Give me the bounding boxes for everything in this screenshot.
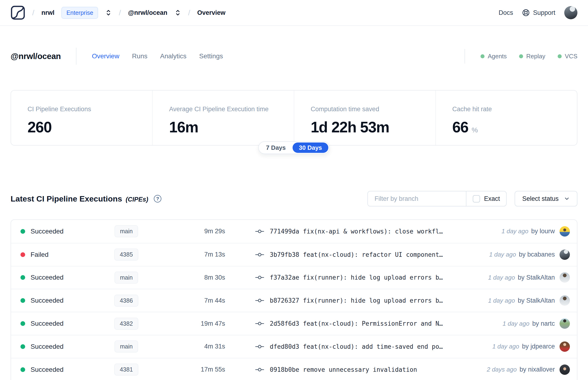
workspace-tab[interactable]: Runs: [132, 53, 147, 60]
date-range-toggle: 7 Days30 Days: [258, 141, 330, 154]
author: by StalkAltan: [518, 274, 555, 281]
workspace-tab[interactable]: Analytics: [160, 53, 187, 60]
time-ago: 2 days ago: [487, 366, 517, 373]
breadcrumb-org[interactable]: nrwl: [41, 9, 55, 17]
cipe-duration: 17m 55s: [148, 366, 225, 373]
stat-card: Computation time saved 1d 22h 53m: [294, 91, 435, 145]
cipe-commit-cell: 771499da fix(nx-api & workflows): close …: [255, 228, 443, 235]
cipe-row[interactable]: Succeeded main 9m 29s 771499da fix(nx-ap…: [11, 220, 577, 243]
status-dot-icon: [519, 54, 523, 58]
status-indicator[interactable]: VCS: [558, 53, 577, 60]
git-commit-icon: [255, 321, 264, 327]
status-dot-icon: [20, 252, 25, 257]
cipe-commit-cell: b8726327 fix(runner): hide log upload er…: [255, 297, 443, 304]
date-range-option[interactable]: 30 Days: [293, 143, 328, 153]
branch-filter-input[interactable]: [368, 191, 466, 206]
branch-badge: 4381: [114, 363, 138, 376]
cipe-duration: 19m 47s: [148, 320, 225, 327]
cipe-duration: 7m 44s: [148, 297, 225, 304]
git-commit-icon: [255, 228, 264, 234]
author-avatar: [560, 226, 570, 237]
cipe-meta-cell: 1 day ago by StalkAltan: [488, 272, 570, 283]
cipe-status-cell: Succeeded: [20, 320, 105, 327]
time-ago: 1 day ago: [492, 343, 519, 350]
org-switcher-button[interactable]: [105, 9, 112, 17]
cipe-status-label: Succeeded: [31, 343, 63, 350]
cipe-status-cell: Failed: [20, 251, 105, 258]
cipe-row[interactable]: Failed 4385 7m 13s 3b79fb38 feat(nx-clou…: [11, 243, 577, 266]
commit-message: dfed80d3 feat(nx-cloud): add time-saved …: [270, 343, 443, 350]
workspace-switcher-button[interactable]: [174, 9, 181, 17]
branch-filter-group: Exact: [367, 191, 507, 207]
author-avatar: [560, 364, 570, 375]
cipe-branch-cell: 4381: [105, 363, 148, 376]
cipe-section-header: Latest CI Pipeline Executions (CIPEs) ? …: [11, 191, 577, 207]
author-avatar: [560, 272, 570, 283]
stat-value-number: 66: [452, 118, 468, 136]
section-subtitle: (CIPEs): [126, 196, 148, 203]
cipe-branch-cell: 4385: [105, 248, 148, 261]
status-indicator-label: VCS: [565, 53, 577, 60]
author: by StalkAltan: [518, 297, 555, 304]
git-commit-icon: [255, 367, 264, 373]
cipe-row[interactable]: Succeeded 4386 7m 44s b8726327 fix(runne…: [11, 289, 577, 312]
stat-label: Computation time saved: [311, 106, 435, 113]
cipe-duration: 9m 29s: [148, 228, 225, 235]
divider: [76, 48, 76, 65]
status-dot-icon: [20, 298, 25, 303]
time-ago: 1 day ago: [501, 228, 528, 235]
select-status-dropdown[interactable]: Select status: [515, 191, 577, 207]
workspace-tabs: OverviewRunsAnalyticsSettings: [92, 53, 223, 60]
breadcrumb-page[interactable]: Overview: [197, 9, 226, 17]
exact-toggle[interactable]: Exact: [466, 191, 506, 206]
stat-value-number: 16m: [169, 118, 198, 136]
cipe-duration: 4m 31s: [148, 343, 225, 350]
filters: Exact Select status: [367, 191, 577, 207]
breadcrumb-separator: /: [32, 8, 34, 17]
stat-card: Average CI Pipeline Execution time 16m: [152, 91, 294, 145]
author-avatar: [560, 318, 570, 329]
cipe-commit-cell: 3b79fb38 feat(nx-cloud): refactor UI com…: [255, 251, 443, 258]
cipe-row[interactable]: Succeeded main 4m 31s dfed80d3 feat(nx-c…: [11, 335, 577, 358]
status-dot-icon: [20, 275, 25, 280]
cipe-branch-cell: 4382: [105, 318, 148, 330]
stat-value: 1d 22h 53m: [311, 118, 435, 136]
user-avatar[interactable]: [564, 6, 577, 19]
status-indicator[interactable]: Agents: [480, 53, 507, 60]
stats-panel: CI Pipeline Executions 260 Average CI Pi…: [11, 90, 577, 146]
cipe-duration: 7m 13s: [148, 251, 225, 258]
support-link[interactable]: Support: [522, 9, 555, 17]
docs-link[interactable]: Docs: [499, 9, 513, 17]
cipe-row[interactable]: Succeeded 4382 19m 47s 2d58f6d3 feat(nx-…: [11, 312, 577, 335]
stat-label: Cache hit rate: [452, 106, 577, 113]
chevron-down-icon: [564, 196, 570, 202]
cipe-branch-cell: main: [105, 225, 148, 237]
stat-value-number: 1d 22h 53m: [311, 118, 389, 136]
breadcrumb-workspace[interactable]: @nrwl/ocean: [128, 9, 167, 17]
date-range-option[interactable]: 7 Days: [260, 143, 292, 153]
status-indicator[interactable]: Replay: [519, 53, 545, 60]
cipe-row[interactable]: Succeeded 4381 17m 55s 0918b0be remove u…: [11, 358, 577, 380]
status-dot-icon: [20, 321, 25, 326]
workspace-tab[interactable]: Overview: [92, 53, 119, 60]
branch-badge: main: [114, 272, 138, 284]
cipe-status-cell: Succeeded: [20, 343, 105, 350]
nx-cloud-logo-icon[interactable]: [11, 5, 25, 20]
commit-message: b8726327 fix(runner): hide log upload er…: [270, 297, 443, 304]
cipe-status-cell: Succeeded: [20, 366, 105, 373]
cipe-commit-cell: dfed80d3 feat(nx-cloud): add time-saved …: [255, 343, 443, 350]
author: by jdpearce: [522, 343, 555, 350]
workspace-tab[interactable]: Settings: [199, 53, 223, 60]
section-title-text: Latest CI Pipeline Executions: [11, 194, 122, 203]
cipe-meta-cell: 1 day ago by StalkAltan: [488, 295, 570, 306]
time-ago: 1 day ago: [503, 320, 530, 327]
stat-card: Cache hit rate 66 %: [435, 91, 577, 145]
cipe-row[interactable]: Succeeded main 8m 30s f37a32ae fix(runne…: [11, 266, 577, 289]
status-dot-icon: [20, 229, 25, 234]
cipe-meta-cell: 2 days ago by nixallover: [487, 364, 570, 375]
cipe-status-label: Succeeded: [31, 274, 63, 281]
exact-checkbox[interactable]: [473, 195, 480, 203]
cipe-status-label: Succeeded: [31, 320, 63, 327]
exact-label: Exact: [484, 195, 500, 203]
help-icon[interactable]: ?: [154, 195, 161, 203]
